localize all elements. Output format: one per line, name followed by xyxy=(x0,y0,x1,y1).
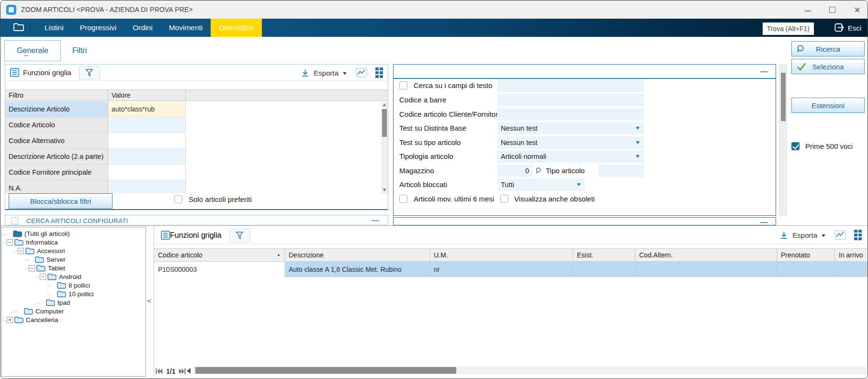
tree-item-tablet[interactable]: −Tablet xyxy=(2,264,146,273)
scrollbar-thumb[interactable] xyxy=(781,73,786,121)
filter-value-cell[interactable] xyxy=(108,180,186,193)
export-caret-icon[interactable] xyxy=(822,234,825,237)
tree-item-accessori[interactable]: −Accessori xyxy=(2,247,146,256)
column-header-in-arrivo[interactable]: In arrivo xyxy=(835,248,868,262)
blocca-sblocca-filtri-button[interactable]: Blocca/sblocca filtri xyxy=(9,193,113,209)
menu-item-listini[interactable]: Listini xyxy=(36,19,72,37)
filter-row-descrizione-articolo-2-a-parte[interactable]: Descrizione Articolo (2.a parte) xyxy=(5,149,381,165)
tree-expander-minus-icon[interactable]: − xyxy=(18,248,24,254)
tree-item-informatica[interactable]: −Informatica xyxy=(2,238,146,247)
collapse-panel-icon[interactable]: — xyxy=(760,68,768,76)
tree-expander-minus-icon[interactable]: − xyxy=(40,274,46,280)
maximize-icon[interactable] xyxy=(829,7,835,13)
export-label[interactable]: Esporta xyxy=(792,231,817,239)
filter-scrollbar[interactable] xyxy=(381,101,388,193)
test-tipo-select[interactable]: Nessun test xyxy=(497,136,644,149)
tipologia-select[interactable]: Articoli normali xyxy=(497,150,644,163)
filter-row-codice-alternativo[interactable]: Codice Alternativo xyxy=(5,133,381,149)
cerca-campi-checkbox[interactable] xyxy=(399,81,407,89)
chart-icon[interactable] xyxy=(356,68,367,78)
filter-row-descrizione-articolo[interactable]: Descrizione Articoloauto*class*rub xyxy=(5,101,381,117)
scrollbar-thumb[interactable] xyxy=(382,109,387,137)
menu-item-movimenti[interactable]: Movimenti xyxy=(161,19,211,37)
column-header-cod-altern[interactable]: Cod.Altern. xyxy=(635,248,777,262)
column-header-filtro[interactable]: Filtro xyxy=(5,90,108,100)
filter-row-codice-fornitore-principale[interactable]: Codice Fornitore principale xyxy=(5,165,381,180)
collapse-panel-icon[interactable]: — xyxy=(372,217,379,224)
column-header-esist[interactable]: Esist. xyxy=(573,248,635,262)
minimize-icon[interactable] xyxy=(805,8,811,11)
grid-view-icon[interactable] xyxy=(854,230,862,240)
codice-barre-input[interactable] xyxy=(497,94,644,106)
scroll-left-icon[interactable] xyxy=(186,368,191,374)
tree-item-tutti-gli-articoli[interactable]: (Tutti gli articoli) xyxy=(2,230,146,238)
column-header-valore[interactable]: Valore xyxy=(108,90,186,100)
filter-value-cell[interactable] xyxy=(108,133,186,149)
column-header-prenotato[interactable]: Prenotato xyxy=(777,248,835,262)
tab-filtri[interactable]: Filtri xyxy=(72,46,87,55)
obsoleti-checkbox[interactable] xyxy=(500,195,508,203)
export-caret-icon[interactable] xyxy=(343,72,347,75)
filter-value-cell[interactable] xyxy=(108,117,186,133)
folder-menu-icon[interactable] xyxy=(13,22,24,33)
seleziona-button[interactable]: Seleziona xyxy=(791,59,865,74)
tree-item-server[interactable]: Server xyxy=(2,256,146,264)
filter-value-cell[interactable]: auto*class*rub xyxy=(108,101,186,117)
dropdown-caret-icon xyxy=(636,127,640,130)
tree-item-8-pollici[interactable]: 8 pollici xyxy=(2,281,146,290)
horizontal-scrollbar[interactable] xyxy=(194,367,866,374)
filter-funnel-button[interactable] xyxy=(229,229,250,242)
solo-preferiti-checkbox[interactable] xyxy=(174,195,182,203)
bloccati-select[interactable]: Tutti xyxy=(497,178,585,191)
right-area-scrollbar[interactable] xyxy=(779,64,787,216)
tree-expander-minus-icon[interactable]: − xyxy=(29,265,35,271)
chart-icon[interactable] xyxy=(834,230,846,240)
last-page-icon[interactable] xyxy=(179,368,186,374)
scroll-down-icon[interactable] xyxy=(383,189,386,191)
close-icon[interactable]: ✕ xyxy=(854,6,861,13)
scrollbar-thumb[interactable] xyxy=(195,367,456,374)
tree-item-cancelleria[interactable]: +Cancelleria xyxy=(2,316,146,324)
cerca-configurati-checkbox[interactable] xyxy=(11,217,18,224)
menu-item-progressivi[interactable]: Progressivi xyxy=(72,19,125,37)
tree-item-computer[interactable]: Computer xyxy=(2,307,146,316)
tree-item-10-pollici[interactable]: 10 pollici xyxy=(2,290,146,299)
export-label[interactable]: Esporta xyxy=(314,69,338,77)
tree-expander-plus-icon[interactable]: + xyxy=(7,317,13,323)
tab-generale[interactable]: Generale xyxy=(4,40,61,61)
filter-value-cell[interactable] xyxy=(108,149,186,165)
magazzino-lookup-icon[interactable] xyxy=(535,167,542,174)
scroll-up-icon[interactable] xyxy=(383,103,386,106)
column-header-descrizione[interactable]: Descrizione xyxy=(285,248,430,262)
exit-button[interactable]: Esci xyxy=(834,22,861,34)
column-header-codice-articolo[interactable]: Codice articolo▲ xyxy=(154,248,285,262)
column-header-u-m[interactable]: U.M. xyxy=(430,248,573,262)
grid-view-icon[interactable] xyxy=(375,67,383,78)
magazzino-input[interactable]: 0 xyxy=(497,165,533,177)
tipo-articolo-input[interactable] xyxy=(598,165,644,177)
collapse-panel-icon[interactable]: — xyxy=(760,219,768,225)
prime-500-checkbox[interactable] xyxy=(791,142,800,150)
find-shortcut-box[interactable]: Trova (Alt+F1) xyxy=(763,22,814,35)
table-row[interactable]: P10S000003Auto classe A 1,8 Classic Met.… xyxy=(154,262,868,277)
tree-collapse-handle[interactable]: < xyxy=(147,297,151,305)
filter-funnel-button[interactable] xyxy=(79,66,100,79)
tree-expander-minus-icon[interactable]: − xyxy=(7,239,13,245)
tree-connector xyxy=(47,286,51,286)
folder-icon xyxy=(35,256,44,263)
tree-item-ipad[interactable]: Ipad xyxy=(2,299,146,307)
mov-6-mesi-checkbox[interactable] xyxy=(399,195,407,203)
folder-icon xyxy=(46,299,55,306)
estensioni-button[interactable]: Estensioni xyxy=(791,98,865,113)
first-page-icon[interactable] xyxy=(156,368,162,374)
filter-value-cell[interactable] xyxy=(108,165,186,180)
filter-row-n-a[interactable]: N.A. xyxy=(5,180,381,193)
test-distinta-select[interactable]: Nessun test xyxy=(497,122,644,134)
filter-row-codice-articolo[interactable]: Codice Articolo xyxy=(5,117,381,133)
menu-item-ordini[interactable]: Ordini xyxy=(124,19,160,37)
codice-cliente-input[interactable] xyxy=(497,108,644,121)
ricerca-button[interactable]: Ricerca xyxy=(791,41,865,56)
menu-item-ottimistico[interactable]: Ottimistico xyxy=(211,19,261,37)
tree-item-android[interactable]: −Android xyxy=(2,273,146,281)
cerca-campi-input[interactable] xyxy=(497,79,644,92)
